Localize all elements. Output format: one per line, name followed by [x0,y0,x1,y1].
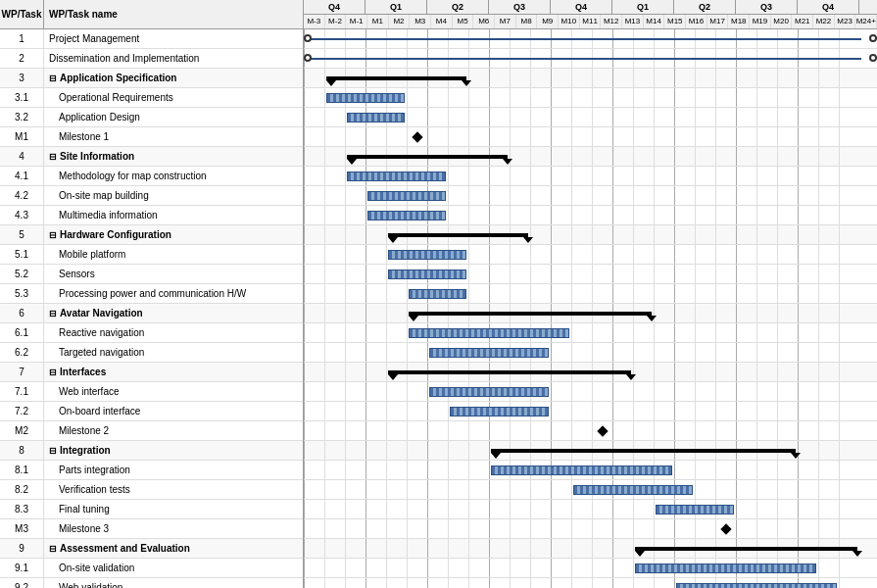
grid-line [695,265,696,283]
expand-icon[interactable]: ⊟ [49,74,57,83]
grid-line [756,88,757,107]
cell-wp: 8.1 [0,461,44,479]
grid-line [407,461,408,479]
grid-line [530,245,531,264]
grid-line [654,578,655,588]
grid-line [818,206,819,224]
grid-line [489,284,490,303]
task-label: On-site validation [59,563,134,573]
grid-line [530,578,531,588]
grid-line [324,519,325,538]
quarter-cell: Q4 [304,0,365,14]
grid-line [695,167,696,185]
grid-line [818,127,819,146]
grid-line [489,167,490,185]
grid-line [448,559,449,577]
expand-icon[interactable]: ⊟ [49,152,57,162]
grid-line [839,245,840,264]
grid-line [612,343,613,362]
grid-line [633,127,634,146]
expand-icon[interactable]: ⊟ [49,309,57,318]
task-bar [409,328,569,338]
grid-line [818,88,819,107]
grid-line [756,284,757,303]
grid-line [571,265,572,283]
grid-line [818,480,819,499]
grid-line [736,382,737,401]
gantt-row [304,480,877,500]
grid-line [736,167,737,185]
grid-line [365,284,366,303]
grid-line [674,304,675,322]
grid-line [715,519,716,538]
month-cell: M2 [389,15,411,28]
grid-line [510,167,511,185]
grid-line [695,519,696,538]
table-row: 3⊟ Application Specification [0,69,303,88]
grid-line [715,480,716,499]
quarter-cell: Q1 [612,0,674,14]
expand-icon[interactable]: ⊟ [49,368,57,377]
grid-line [448,206,449,224]
grid-line [324,323,325,342]
grid-line [510,519,511,538]
grid-line [304,186,305,205]
grid-line [468,500,469,518]
grid-line [365,363,366,381]
task-bar [450,407,549,416]
grid-line [695,402,696,420]
gantt-row [304,265,877,284]
month-cell: M10 [559,15,580,28]
grid-line [468,167,469,185]
grid-line [345,284,346,303]
task-label: Processing power and communication H/W [59,288,246,299]
grid-line [695,186,696,205]
table-row: 2Dissemination and Implementation [0,49,303,69]
grid-line [592,167,593,185]
grid-line [756,147,757,166]
grid-line [592,127,593,146]
gantt-row [304,186,877,206]
grid-line [324,578,325,588]
grid-line [407,127,408,146]
bar-start-circle [304,54,312,62]
grid-line [386,245,387,264]
grid-line [345,480,346,499]
gantt-row [304,421,877,441]
expand-icon[interactable]: ⊟ [49,446,57,456]
grid-line [304,108,305,126]
grid-line [551,402,552,420]
grid-line [489,88,490,107]
grid-line [654,421,655,440]
cell-wp: 9.1 [0,559,44,577]
task-label: Parts integration [59,465,130,475]
month-cell: M4 [431,15,453,28]
grid-line [695,245,696,264]
expand-icon[interactable]: ⊟ [49,544,57,554]
grid-line [448,167,449,185]
task-label: Web interface [59,386,120,397]
cell-wp: 9.2 [0,578,44,588]
grid-line [674,421,675,440]
task-bar [656,505,734,514]
grid-line [510,206,511,224]
grid-line [612,421,613,440]
summary-arrow-left [347,159,357,165]
grid-line [304,343,305,362]
expand-icon[interactable]: ⊟ [49,230,57,240]
grid-line [715,147,716,166]
grid-line [365,578,366,588]
grid-line [324,363,325,381]
grid-line [798,382,799,401]
gantt-row [304,578,877,588]
grid-line [365,500,366,518]
grid-line [736,480,737,499]
grid-line [448,402,449,420]
grid-line [736,284,737,303]
cell-task: Milestone 2 [44,421,303,440]
grid-line [756,108,757,126]
grid-line [674,206,675,224]
grid-line [324,265,325,283]
milestone-diamond [597,425,608,436]
table-row: 9.1On-site validation [0,559,303,578]
